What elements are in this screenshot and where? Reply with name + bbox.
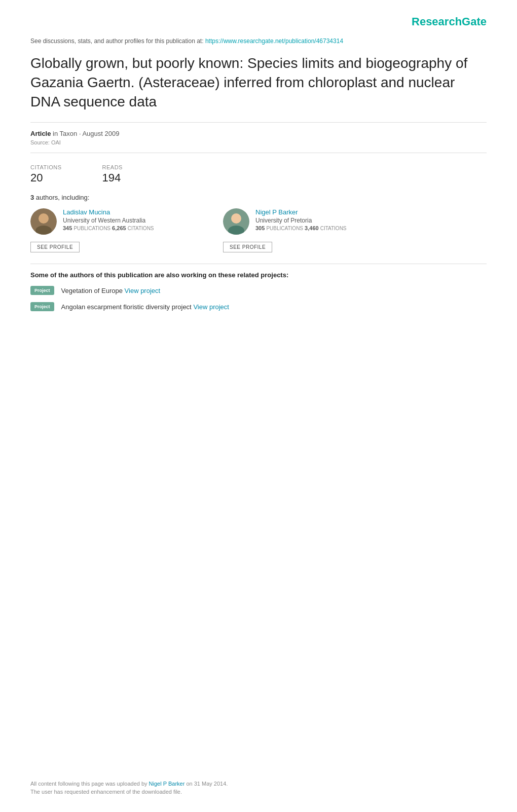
author-stats-0: 345 PUBLICATIONS 6,265 CITATIONS [63, 225, 154, 231]
article-meta: Article in Taxon · August 2009 [30, 130, 487, 137]
reads-label: READS [102, 164, 123, 170]
author-avatar-1 [223, 208, 249, 235]
author-top-0: Ladislav Mucina University of Western Au… [30, 208, 203, 235]
publication-url[interactable]: https://www.researchgate.net/publication… [205, 38, 343, 45]
author-name-0[interactable]: Ladislav Mucina [63, 208, 154, 216]
see-profile-button-1[interactable]: SEE PROFILE [223, 242, 272, 252]
project-name-1: Angolan escarpment floristic diversity p… [61, 303, 192, 311]
author-card-0: Ladislav Mucina University of Western Au… [30, 208, 203, 252]
divider-1 [30, 122, 487, 123]
article-date: August 2009 [82, 130, 119, 137]
svg-point-4 [231, 213, 241, 224]
author-institution-1: University of Pretoria [255, 217, 347, 224]
footer-suffix: on 31 May 2014. [186, 781, 228, 787]
divider-2 [30, 153, 487, 153]
citations-block: CITATIONS 20 [30, 164, 62, 184]
author-name-1[interactable]: Nigel P Barker [255, 208, 347, 216]
project-item-0: Project Vegetation of Europe View projec… [30, 286, 487, 295]
project-text-1: Angolan escarpment floristic diversity p… [61, 303, 229, 311]
project-item-1: Project Angolan escarpment floristic div… [30, 302, 487, 311]
project-badge-1: Project [30, 302, 54, 311]
project-name-0: Vegetation of Europe [61, 287, 123, 294]
author-top-1: Nigel P Barker University of Pretoria 30… [223, 208, 395, 235]
stats-row: CITATIONS 20 READS 194 [30, 160, 487, 184]
reads-block: READS 194 [102, 164, 123, 184]
article-source: Source: OAI [30, 139, 487, 145]
citations-value: 20 [30, 171, 62, 184]
divider-3 [30, 264, 487, 264]
author-stats-1: 305 PUBLICATIONS 3,460 CITATIONS [255, 225, 347, 231]
authors-heading: 3 authors, including: [30, 194, 487, 201]
author-avatar-0 [30, 208, 57, 235]
related-projects-heading: Some of the authors of this publication … [30, 271, 487, 279]
project-text-0: Vegetation of Europe View project [61, 287, 161, 294]
footer-prefix: All content following this page was uplo… [30, 781, 147, 787]
article-journal: Taxon [60, 130, 78, 137]
author-info-0: Ladislav Mucina University of Western Au… [63, 208, 154, 231]
article-title: Globally grown, but poorly known: Specie… [30, 54, 487, 111]
logo-container: ResearchGate [30, 15, 487, 28]
project-link-1[interactable]: View project [193, 303, 229, 311]
footer-uploader-link[interactable]: Nigel P Barker [149, 781, 185, 787]
citations-label: CITATIONS [30, 164, 62, 170]
svg-point-1 [39, 213, 49, 224]
project-link-0[interactable]: View project [125, 287, 161, 294]
reads-value: 194 [102, 171, 123, 184]
author-institution-0: University of Western Australia [63, 217, 154, 224]
project-badge-0: Project [30, 286, 54, 295]
see-profile-button-0[interactable]: SEE PROFILE [30, 242, 80, 252]
footer-note: All content following this page was uplo… [30, 781, 487, 797]
article-in: in [53, 130, 58, 137]
authors-row: Ladislav Mucina University of Western Au… [30, 208, 487, 252]
see-discussions-bar: See discussions, stats, and author profi… [30, 38, 487, 45]
authors-count: 3 [30, 194, 34, 201]
author-info-1: Nigel P Barker University of Pretoria 30… [255, 208, 347, 231]
footer-line-2: The user has requested enhancement of th… [30, 789, 487, 795]
article-type: Article [30, 130, 51, 137]
author-card-1: Nigel P Barker University of Pretoria 30… [223, 208, 395, 252]
researchgate-logo: ResearchGate [412, 15, 487, 28]
see-discussions-text: See discussions, stats, and author profi… [30, 38, 204, 45]
footer-line-1: All content following this page was uplo… [30, 781, 487, 787]
